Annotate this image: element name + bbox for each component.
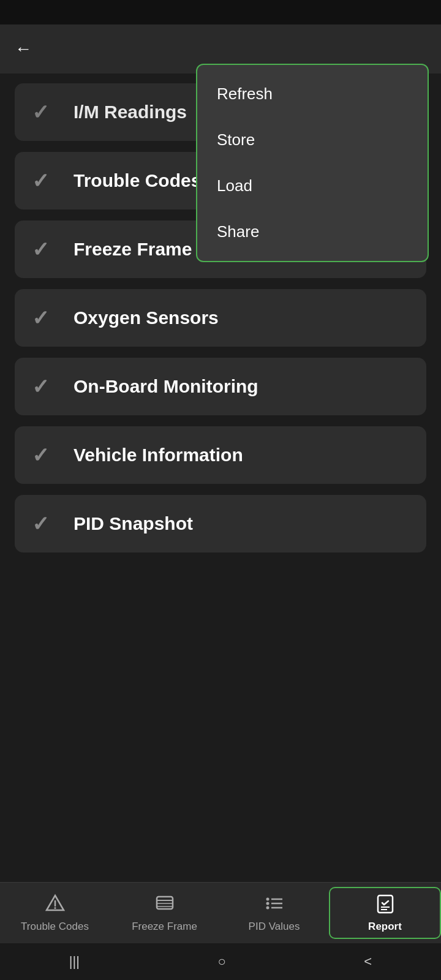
item-label: Vehicle Information <box>74 445 243 466</box>
item-label: Freeze Frame <box>74 239 192 260</box>
home-button[interactable]: ○ <box>218 954 226 970</box>
list-item-oxygen-sensors[interactable]: ✓ Oxygen Sensors <box>15 289 426 347</box>
nav-label: PID Values <box>249 921 300 933</box>
list-item-onboard-monitoring[interactable]: ✓ On-Board Monitoring <box>15 358 426 415</box>
dropdown-menu: Refresh Store Load Share <box>196 64 429 262</box>
svg-point-7 <box>266 898 269 901</box>
checkmark-icon: ✓ <box>32 239 56 260</box>
freeze-frame-icon <box>154 893 175 917</box>
list-item-pid-snapshot[interactable]: ✓ PID Snapshot <box>15 495 426 552</box>
svg-point-2 <box>54 907 56 909</box>
report-icon <box>375 893 396 917</box>
bottom-navigation: Trouble Codes Freeze Frame PID Values <box>0 882 441 943</box>
svg-rect-3 <box>157 897 173 909</box>
header: ← Refresh Store Load Share <box>0 24 441 74</box>
svg-point-9 <box>266 902 269 905</box>
nav-item-freeze-frame[interactable]: Freeze Frame <box>110 888 219 938</box>
nav-label: Trouble Codes <box>21 921 89 933</box>
back-button[interactable]: ← <box>15 40 32 58</box>
nav-item-report[interactable]: Report <box>329 887 441 939</box>
item-label: Oxygen Sensors <box>74 307 219 328</box>
nav-item-pid-values[interactable]: PID Values <box>219 888 329 938</box>
item-label: PID Snapshot <box>74 513 193 534</box>
list-icon <box>264 893 285 917</box>
system-navigation: ||| ○ < <box>0 943 441 980</box>
svg-point-11 <box>266 907 269 910</box>
item-label: I/M Readings <box>74 102 187 123</box>
list-item-vehicle-information[interactable]: ✓ Vehicle Information <box>15 426 426 484</box>
item-label: On-Board Monitoring <box>74 376 258 397</box>
back-system-button[interactable]: < <box>364 954 372 970</box>
dropdown-item-load[interactable]: Load <box>197 163 428 209</box>
checkmark-icon: ✓ <box>32 102 56 123</box>
status-bar <box>0 0 441 24</box>
warning-icon <box>45 893 66 917</box>
dropdown-item-refresh[interactable]: Refresh <box>197 71 428 117</box>
nav-label: Freeze Frame <box>132 921 197 933</box>
dropdown-item-share[interactable]: Share <box>197 209 428 255</box>
checkmark-icon: ✓ <box>32 170 56 191</box>
checkmark-icon: ✓ <box>32 513 56 534</box>
recent-apps-button[interactable]: ||| <box>69 954 80 970</box>
nav-label: Report <box>368 921 402 933</box>
nav-item-trouble-codes[interactable]: Trouble Codes <box>0 888 110 938</box>
checkmark-icon: ✓ <box>32 376 56 397</box>
item-label: Trouble Codes <box>74 170 201 191</box>
checkmark-icon: ✓ <box>32 307 56 328</box>
dropdown-item-store[interactable]: Store <box>197 117 428 163</box>
checkmark-icon: ✓ <box>32 445 56 466</box>
